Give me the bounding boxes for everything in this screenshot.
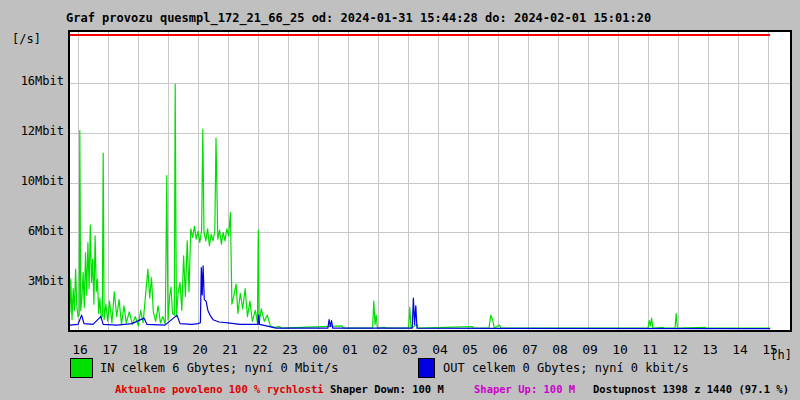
x-tick-label: 00 [303, 343, 337, 357]
x-tick-label: 08 [543, 343, 577, 357]
y-axis-unit-label: [/s] [12, 32, 41, 46]
y-tick-label: 3Mbit [0, 274, 64, 288]
x-tick-label: 22 [243, 343, 277, 357]
y-tick-label: 10Mbit [0, 174, 64, 188]
y-tick-label: 16Mbit [0, 74, 64, 88]
chart-plot-area [68, 30, 792, 332]
x-tick-label: 13 [693, 343, 727, 357]
x-tick-label: 11 [633, 343, 667, 357]
status-shaper-up: Shaper Up: 100 M [474, 383, 575, 395]
x-tick-label: 05 [453, 343, 487, 357]
x-tick-label: 09 [573, 343, 607, 357]
x-tick-label: 06 [483, 343, 517, 357]
status-availability: Dostupnost 1398 z 1440 (97.1 %) [593, 383, 789, 395]
page-title: Graf provozu quesmpl_172_21_66_25 od: 20… [66, 11, 651, 25]
chart-canvas [70, 32, 790, 330]
x-tick-label: 10 [603, 343, 637, 357]
x-tick-label: 18 [123, 343, 157, 357]
x-tick-label: 17 [93, 343, 127, 357]
status-allowed-speed: Aktualne povoleno 100 % rychlosti [115, 383, 324, 395]
y-tick-label: 12Mbit [0, 124, 64, 138]
x-tick-label: 19 [153, 343, 187, 357]
x-tick-label: 21 [213, 343, 247, 357]
x-tick-label: 12 [663, 343, 697, 357]
legend-in-label: IN celkem 6 Gbytes; nyní 0 Mbit/s [100, 361, 338, 375]
legend-out-color-swatch [418, 358, 435, 378]
traffic-graph-page: Graf provozu quesmpl_172_21_66_25 od: 20… [0, 0, 800, 400]
trace-in [70, 84, 770, 328]
x-tick-label: 14 [723, 343, 757, 357]
x-tick-label: 20 [183, 343, 217, 357]
x-tick-label: 04 [423, 343, 457, 357]
legend-out-label: OUT celkem 0 Gbytes; nyní 0 kbit/s [443, 361, 689, 375]
status-shaper-down: Shaper Down: 100 M [330, 383, 444, 395]
x-tick-label: 07 [513, 343, 547, 357]
x-tick-label: 02 [363, 343, 397, 357]
x-tick-label: 16 [63, 343, 97, 357]
x-tick-label: 23 [273, 343, 307, 357]
x-tick-label: 03 [393, 343, 427, 357]
y-tick-label: 6Mbit [0, 224, 64, 238]
legend-in-color-swatch [70, 358, 93, 378]
x-axis-unit-label: [h] [760, 348, 792, 362]
x-tick-label: 01 [333, 343, 367, 357]
